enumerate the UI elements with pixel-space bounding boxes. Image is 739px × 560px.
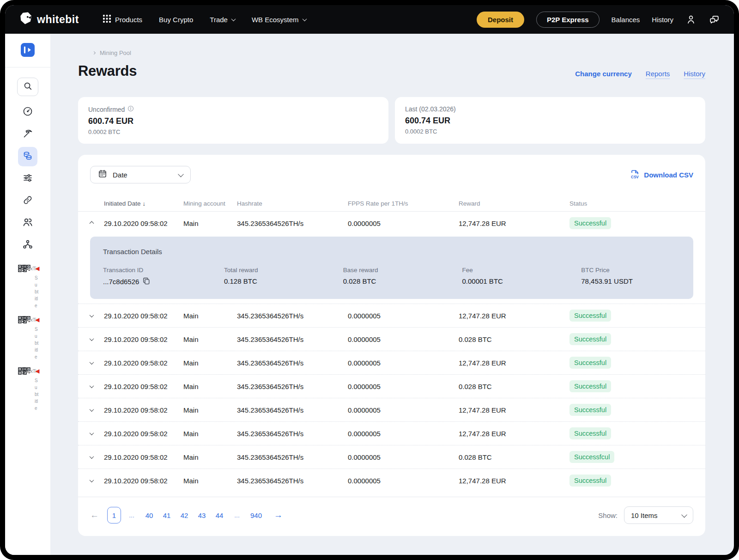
table-row[interactable]: 29.10.2020 09:58:02 Main 345.2365364526T… xyxy=(78,421,705,445)
card-value: 600.74 EUR xyxy=(88,116,378,126)
cell-fpps-rate: 0.0000005 xyxy=(348,477,459,485)
sidebar-broken-item[interactable]: fixTi ◀ Subtitle xyxy=(7,264,48,309)
chat-icon[interactable] xyxy=(709,14,720,25)
detail-btc-price: BTC Price 78,453.91 USDT xyxy=(581,267,680,286)
row-expand-chevron-icon[interactable] xyxy=(90,313,94,317)
page-number[interactable]: 43 xyxy=(195,507,209,523)
nav-item-wb-ecosystem[interactable]: WB Ecosystem xyxy=(252,16,306,24)
row-expand-chevron-icon[interactable] xyxy=(90,454,94,459)
detail-base-reward: Base reward 0.028 BTC xyxy=(343,267,462,286)
sidebar-toggle-icon[interactable] xyxy=(21,43,35,59)
card-sub-value: 0.0002 BTC xyxy=(405,128,695,135)
prev-page-arrow[interactable]: ← xyxy=(90,510,99,520)
page-number[interactable]: 41 xyxy=(160,507,174,523)
row-expand-chevron-icon[interactable] xyxy=(90,221,94,225)
page-number[interactable]: 940 xyxy=(248,507,265,523)
breadcrumb-chevron-icon xyxy=(92,51,96,55)
cell-hashrate: 345.2365364526TH/s xyxy=(237,335,348,343)
page-number[interactable]: 42 xyxy=(177,507,191,523)
reports-link[interactable]: Reports xyxy=(646,70,670,78)
page-size-value: 10 Items xyxy=(631,511,658,519)
grid-icon xyxy=(103,15,111,24)
balances-link[interactable]: Balances xyxy=(612,16,640,24)
table-row[interactable]: 29.10.2020 09:58:02 Main 345.2365364526T… xyxy=(78,211,705,235)
row-expand-chevron-icon[interactable] xyxy=(90,407,94,412)
page-number[interactable]: 1 xyxy=(107,507,121,523)
top-nav: whitebit Products Buy Crypto Trade WB Ec… xyxy=(5,5,734,34)
row-expand-chevron-icon[interactable] xyxy=(90,431,94,435)
cell-initiated-date: 29.10.2020 09:58:02 xyxy=(104,430,183,438)
cell-mining-account: Main xyxy=(183,453,237,461)
sidebar-item-settings[interactable] xyxy=(18,169,37,189)
cell-mining-account: Main xyxy=(183,477,237,485)
change-currency-link[interactable]: Change currency xyxy=(575,70,632,78)
next-page-arrow[interactable]: → xyxy=(274,510,283,520)
cell-hashrate: 345.2365364526TH/s xyxy=(237,383,348,390)
row-expand-chevron-icon[interactable] xyxy=(90,336,94,341)
cell-initiated-date: 29.10.2020 09:58:02 xyxy=(104,335,183,343)
nav-items: Products Buy Crypto Trade WB Ecosystem xyxy=(103,15,306,24)
table-row[interactable]: 29.10.2020 09:58:02 Main 345.2365364526T… xyxy=(78,351,705,374)
nav-item-products[interactable]: Products xyxy=(103,15,142,24)
history-page-link[interactable]: History xyxy=(684,70,705,78)
nav-item-buy-crypto[interactable]: Buy Crypto xyxy=(159,16,193,24)
sidebar-broken-item[interactable]: fixTi ◀ Subtitle xyxy=(7,316,48,360)
sidebar-item-referral[interactable] xyxy=(18,236,37,255)
status-badge: Successful xyxy=(569,333,611,345)
table-header-hashrate: Hashrate xyxy=(237,200,348,207)
svg-text:CSV: CSV xyxy=(631,175,639,179)
sidebar-item-rewards[interactable] xyxy=(18,147,37,166)
table-row[interactable]: 29.10.2020 09:58:02 Main 345.2365364526T… xyxy=(78,445,705,469)
date-filter-value: Date xyxy=(113,171,127,179)
cell-fpps-rate: 0.0000005 xyxy=(348,406,459,414)
page-size-select[interactable]: 10 Items xyxy=(624,506,693,524)
nav-item-trade[interactable]: Trade xyxy=(210,16,235,24)
download-csv-button[interactable]: CSV Download CSV xyxy=(629,169,693,181)
unconfirmed-card: Unconfirmed 600.74 EUR 0.0002 BTC xyxy=(78,97,388,144)
table-row[interactable]: 29.10.2020 09:58:02 Main 345.2365364526T… xyxy=(78,304,705,327)
sidebar-divider xyxy=(5,67,50,67)
cell-reward: 0.028 BTC xyxy=(459,383,569,390)
sidebar-broken-item[interactable]: fixTi ◀ Subtitle xyxy=(7,367,48,412)
card-sub-value: 0.0002 BTC xyxy=(88,128,378,135)
chevron-down-icon xyxy=(178,171,184,177)
table-toolbar: Date CSV Download CSV xyxy=(78,166,705,183)
row-expand-chevron-icon[interactable] xyxy=(90,360,94,365)
table-row[interactable]: 29.10.2020 09:58:02 Main 345.2365364526T… xyxy=(78,374,705,398)
row-expand-chevron-icon[interactable] xyxy=(90,383,94,388)
cell-reward: 12,747.28 EUR xyxy=(459,359,569,367)
profile-icon[interactable] xyxy=(685,14,697,25)
sidebar-item-links[interactable] xyxy=(18,191,37,211)
sliders-icon xyxy=(22,172,33,185)
table-row[interactable]: 29.10.2020 09:58:02 Main 345.2365364526T… xyxy=(78,398,705,421)
page-number[interactable]: 44 xyxy=(212,507,226,523)
table-header-initiated-date[interactable]: Initiated Date ↓ xyxy=(104,200,183,207)
pickaxe-icon xyxy=(22,128,33,141)
cell-initiated-date: 29.10.2020 09:58:02 xyxy=(104,359,183,367)
copy-icon[interactable] xyxy=(143,277,150,286)
sidebar-item-mining[interactable] xyxy=(18,125,37,144)
table-row[interactable]: 29.10.2020 09:58:02 Main 345.2365364526T… xyxy=(78,327,705,351)
breadcrumb[interactable]: Mining Pool xyxy=(78,49,705,56)
red-glyph-icon: ◀ xyxy=(35,265,39,272)
history-link[interactable]: History xyxy=(652,16,673,24)
broken-item-subtitle: Subtitle xyxy=(35,274,39,309)
sidebar-item-users[interactable] xyxy=(18,213,37,233)
sidebar-search-button[interactable] xyxy=(17,78,38,96)
cell-fpps-rate: 0.0000005 xyxy=(348,453,459,461)
last-reward-card: Last (02.03.2026) 600.74 EUR 0.0002 BTC xyxy=(395,97,705,144)
page-size-control: Show: 10 Items xyxy=(598,506,693,524)
row-expand-chevron-icon[interactable] xyxy=(90,478,94,482)
sidebar-item-dashboard[interactable] xyxy=(18,103,37,122)
table-row[interactable]: 29.10.2020 09:58:02 Main 345.2365364526T… xyxy=(78,469,705,492)
page-number[interactable]: 40 xyxy=(142,507,156,523)
logo[interactable]: whitebit xyxy=(19,12,79,27)
date-filter-select[interactable]: Date xyxy=(90,166,191,183)
info-icon[interactable] xyxy=(127,105,134,113)
status-badge: Successful xyxy=(569,475,611,487)
logo-text: whitebit xyxy=(37,13,79,26)
p2p-express-button[interactable]: P2P Express xyxy=(536,12,600,28)
deposit-button[interactable]: Deposit xyxy=(477,12,524,28)
transaction-details-panel: Transaction Details Transaction ID ...7c… xyxy=(90,237,693,299)
cell-reward: 12,747.28 EUR xyxy=(459,219,569,227)
